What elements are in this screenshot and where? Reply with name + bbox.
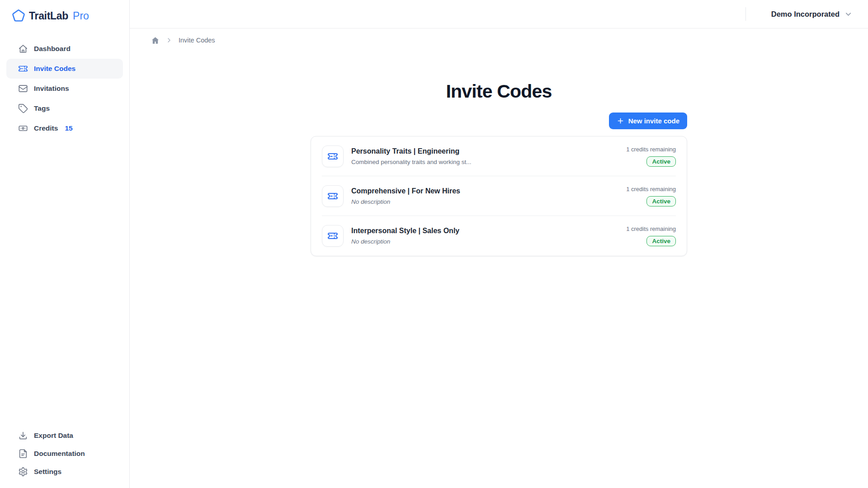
breadcrumb: Invite Codes [130,28,868,52]
status-badge: Active [646,156,676,167]
page-title: Invite Codes [130,81,868,102]
app-logo[interactable]: TraitLabPro [0,0,129,31]
sidebar-nav: Dashboard Invite Codes Invitations Tags [0,39,129,138]
status-badge: Active [646,196,676,206]
sidebar-item-settings[interactable]: Settings [6,463,123,481]
home-breadcrumb-icon[interactable] [151,36,160,45]
company-name: Demo Incorporated [771,10,840,19]
ticket-icon [322,225,344,247]
chevron-down-icon [844,10,853,19]
actions-row: New invite code [311,113,687,129]
plus-icon [617,117,624,125]
banknote-icon [18,123,28,133]
brand-name: TraitLab [29,10,68,22]
sidebar-footer-nav: Export Data Documentation Settings [0,427,129,488]
invite-code-title: Interpersonal Style | Sales Only [351,227,459,235]
credits-remaining: 1 credits remaining [626,186,676,192]
ticket-icon [18,64,28,74]
invite-code-title: Personality Traits | Engineering [351,147,472,155]
sidebar-item-label: Dashboard [34,45,71,53]
breadcrumb-current: Invite Codes [179,37,215,44]
sidebar-item-credits[interactable]: Credits 15 [6,118,123,138]
download-icon [18,431,28,441]
gear-icon [18,467,28,477]
sidebar-item-dashboard[interactable]: Dashboard [6,39,123,59]
sidebar-item-label: Settings [34,468,61,476]
new-invite-code-label: New invite code [628,117,679,125]
home-icon [18,44,28,54]
new-invite-code-button[interactable]: New invite code [609,113,687,129]
credits-remaining: 1 credits remaining [626,146,676,153]
sidebar-item-invitations[interactable]: Invitations [6,79,123,99]
sidebar-item-documentation[interactable]: Documentation [6,445,123,463]
document-icon [18,449,28,459]
invite-code-description: Combined personality traits and working … [351,159,472,165]
credits-count-badge: 15 [65,124,72,132]
chevron-right-icon [165,37,173,44]
sidebar-item-label: Export Data [34,432,73,440]
sidebar-item-export-data[interactable]: Export Data [6,427,123,445]
pentagon-logo-icon [12,9,25,23]
ticket-icon [322,185,344,207]
invite-code-title: Comprehensive | For New Hires [351,187,460,195]
sidebar-item-invite-codes[interactable]: Invite Codes [6,59,123,79]
mail-icon [18,84,28,94]
sidebar-spacer [0,138,129,427]
tag-icon [18,103,28,113]
sidebar-item-label: Invite Codes [34,65,75,73]
sidebar-item-label: Tags [34,104,50,113]
sidebar-item-label: Invitations [34,84,69,93]
page-content: Invite Codes New invite code Personality [130,52,868,488]
topbar-divider [745,7,746,21]
status-badge: Active [646,236,676,246]
company-dropdown[interactable]: Demo Incorporated [771,10,853,19]
brand-suffix: Pro [73,10,89,22]
invite-code-description: No description [351,238,459,245]
invite-code-row[interactable]: Comprehensive | For New Hires No descrip… [322,176,676,216]
topbar: Demo Incorporated [130,0,868,28]
invite-code-row[interactable]: Interpersonal Style | Sales Only No desc… [322,216,676,256]
sidebar-item-label: Credits [34,124,58,132]
sidebar-item-tags[interactable]: Tags [6,99,123,118]
sidebar: TraitLabPro Dashboard Invite Codes Invit… [0,0,130,488]
main-area: Demo Incorporated Invite Codes Invite Co… [130,0,868,488]
invite-code-row[interactable]: Personality Traits | Engineering Combine… [322,136,676,176]
credits-remaining: 1 credits remaining [626,225,676,232]
sidebar-item-label: Documentation [34,450,85,458]
invite-code-description: No description [351,198,460,205]
invite-codes-list: Personality Traits | Engineering Combine… [311,136,687,256]
ticket-icon [322,145,344,167]
